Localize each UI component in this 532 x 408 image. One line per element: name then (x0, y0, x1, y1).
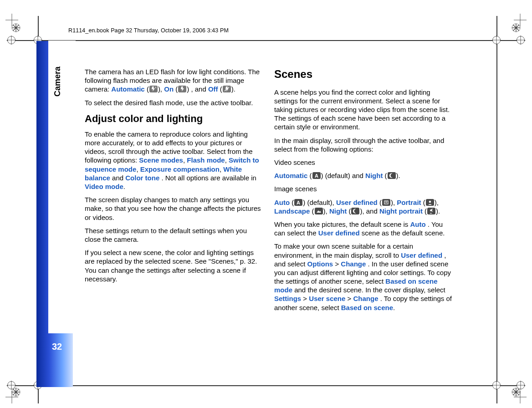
ui-label: Color tone (125, 174, 159, 182)
svg-text:A: A (297, 200, 300, 205)
ui-label: Based on scene (341, 304, 393, 311)
text: When you take pictures, the default scen… (274, 220, 410, 228)
ui-label: Night (365, 172, 383, 179)
text: ) (303, 199, 305, 206)
text: ( (175, 85, 178, 93)
ui-label: Exposure compensation (140, 165, 220, 173)
flash-intro: The camera has an LED flash for low ligh… (85, 67, 262, 94)
text: ) (187, 85, 189, 93)
flash-select: To select the desired flash mode, use th… (85, 98, 262, 107)
registration-icon (511, 23, 521, 33)
crosshair-icon (7, 36, 16, 45)
scene-night-icon (351, 208, 359, 214)
image-scenes-label: Image scenes (274, 184, 452, 193)
text: ). (231, 85, 235, 93)
text: ( (348, 207, 351, 215)
text: ), (158, 85, 164, 93)
text: . (393, 304, 395, 311)
svg-point-51 (429, 200, 431, 203)
text: > (335, 260, 341, 268)
text: ( (292, 199, 294, 206)
text: (default), (307, 199, 336, 206)
adjust-p4: If you select a new scene, the color and… (85, 248, 262, 283)
text: and (112, 174, 125, 182)
adjust-p3: These settings return to the default set… (85, 226, 262, 244)
flash-auto-icon: A (149, 86, 158, 92)
ui-label: User scene (309, 295, 345, 302)
ui-label: Night (329, 207, 347, 215)
registration-icon (11, 23, 21, 33)
crosshair-icon (516, 381, 525, 390)
text: ), (435, 199, 439, 206)
scenes-p2: In the main display, scroll through the … (274, 136, 452, 153)
text: and the desired scene. In the cover disp… (294, 286, 445, 294)
image-scenes-line: Auto (A) (default), User defined (), Por… (274, 198, 452, 215)
ui-label: Auto (274, 199, 290, 206)
ui-label: User defined (336, 199, 378, 206)
text: ). (436, 207, 440, 215)
flash-off-icon (223, 86, 231, 92)
column-right: Scenes A scene helps you find the correc… (274, 67, 452, 316)
ui-label: Scene modes (139, 156, 183, 164)
svg-text:A: A (315, 173, 318, 178)
ui-label: On (164, 85, 174, 93)
ui-label: User defined (318, 229, 360, 237)
ui-label: Change (341, 260, 366, 268)
text: . Not all options are available in (161, 174, 256, 182)
crosshair-icon (516, 36, 525, 45)
adjust-p2: The screen display changes to match any … (85, 195, 262, 222)
ui-label: User defined (401, 251, 442, 259)
header-meta: R1114_en.book Page 32 Thursday, October … (68, 27, 229, 34)
text: To make your own scene suitable for a ce… (274, 242, 413, 259)
text: ( (423, 199, 425, 206)
scene-landscape-icon (315, 208, 323, 214)
adjust-p1: To enable the camera to reproduce colors… (85, 130, 262, 191)
text: ( (220, 85, 222, 93)
crop-line-bottom (7, 385, 525, 386)
flash-on-icon (178, 86, 186, 92)
scene-night-icon (388, 172, 396, 179)
ui-label: Flash mode (187, 156, 225, 164)
ui-label: Automatic (274, 172, 307, 179)
text: , and (191, 85, 208, 93)
video-scenes-label: Video scenes (274, 158, 452, 167)
text: . (123, 183, 125, 190)
text: scene as the default scene. (362, 229, 445, 237)
scene-auto-icon: A (312, 172, 321, 179)
text: ( (425, 207, 427, 215)
crosshair-icon (492, 381, 501, 390)
text: ( (147, 85, 149, 93)
ui-label: Auto (410, 220, 426, 228)
crop-line-top (7, 40, 525, 41)
ui-label: Night portrait (379, 207, 423, 215)
text: , (225, 156, 229, 164)
ui-label: Settings (274, 295, 301, 302)
ui-label: Automatic (111, 85, 144, 93)
text: ) (321, 172, 323, 179)
text: ), (391, 199, 397, 206)
text: , (136, 165, 140, 173)
text: ), (323, 207, 329, 215)
scene-auto-icon: A (294, 199, 302, 206)
text: ( (312, 207, 314, 215)
scene-portrait-icon (426, 199, 434, 206)
svg-text:A: A (155, 86, 157, 89)
text: ( (310, 172, 312, 179)
video-scenes-line: Automatic (A) (default) and Night (). (274, 171, 452, 180)
text: ), and (360, 207, 379, 215)
section-label: Camera (53, 66, 62, 97)
text: > (348, 295, 353, 302)
crosshair-icon (492, 36, 501, 45)
scene-night-portrait-icon (427, 208, 435, 214)
scene-user-icon (382, 199, 390, 206)
ui-label: Landscape (274, 207, 310, 215)
ui-label: Off (208, 85, 218, 93)
heading-adjust: Adjust color and lighting (85, 112, 262, 125)
page-number: 32 (52, 342, 62, 352)
ui-label: Options (307, 260, 333, 268)
crosshair-icon (7, 381, 16, 390)
ui-label: Video mode (85, 183, 123, 190)
crop-line-right (496, 16, 497, 403)
text: ( (385, 172, 387, 179)
own-scene: To make your own scene suitable for a ce… (274, 242, 452, 312)
